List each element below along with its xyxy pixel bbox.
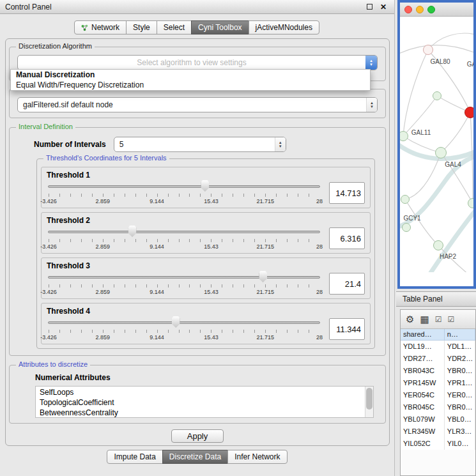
close-traffic-light-icon[interactable]	[404, 6, 412, 13]
tab-jactivemnodules[interactable]: jActiveMNodules	[249, 20, 319, 35]
tab-network[interactable]: Network	[74, 20, 127, 35]
algorithm-dropdown-list: Manual DiscretizationEqual Width/Frequen…	[10, 69, 371, 91]
network-node[interactable]	[433, 91, 441, 100]
scale-label: 15.43	[204, 289, 219, 295]
column-header[interactable]: n…	[445, 329, 475, 340]
network-node[interactable]	[401, 195, 410, 204]
threshold-panel: Threshold 3-3.4262.8599.14415.4321.71528…	[41, 257, 371, 299]
slider-thumb[interactable]	[201, 180, 209, 192]
tab-impute-data[interactable]: Impute Data	[107, 450, 162, 464]
table-row[interactable]: YDR27…YDR2…	[401, 353, 475, 365]
threshold-value-field[interactable]: 14.713	[329, 182, 365, 204]
network-window-titlebar[interactable]	[400, 3, 473, 17]
node-label: GA	[467, 61, 473, 68]
dropdown-item[interactable]: Manual Discretization	[11, 70, 370, 80]
minimize-traffic-light-icon[interactable]	[416, 6, 424, 13]
network-node[interactable]	[423, 45, 433, 55]
zoom-traffic-light-icon[interactable]	[427, 6, 435, 13]
slider-thumb[interactable]	[172, 316, 180, 328]
network-node[interactable]	[402, 223, 411, 232]
table-row[interactable]: YBL079WYBL0…	[401, 413, 475, 426]
dropdown-item[interactable]: Equal Width/Frequency Discretization	[11, 80, 370, 90]
threshold-value-field[interactable]: 11.344	[329, 318, 365, 340]
columns-icon[interactable]: ▦	[420, 314, 429, 325]
scale-label: 9.144	[150, 289, 164, 295]
network-node[interactable]	[435, 147, 447, 158]
down-arrow-icon: ▼	[279, 144, 282, 148]
combobox-stepper-icon[interactable]: ▲ ▼	[275, 137, 286, 151]
table-row[interactable]: YBR043CYBR0…	[401, 365, 475, 377]
down-arrow-icon: ▼	[369, 63, 373, 66]
combobox-arrows-icon[interactable]: ▲ ▼	[365, 56, 377, 70]
network-node[interactable]	[468, 198, 473, 208]
table-cell: YER054C	[401, 389, 445, 401]
close-icon[interactable]: ✕	[380, 3, 387, 11]
network-node[interactable]	[464, 107, 473, 118]
threshold-value-field[interactable]: 21.4	[329, 273, 365, 295]
apply-row: Apply	[9, 429, 386, 443]
tab-label: jActiveMNodules	[256, 23, 312, 32]
slider-track	[48, 321, 320, 324]
network-canvas[interactable]: GAL80GAGAL11GAL4GCY1HAP2	[400, 17, 473, 272]
attribute-list-item[interactable]: BetweennessCentrality	[40, 408, 363, 418]
slider-thumb[interactable]	[259, 271, 267, 282]
table-data-group: Table Data galFiltered.sif default node …	[9, 89, 386, 118]
threshold-slider[interactable]: -3.4262.8599.14415.4321.71528	[48, 316, 320, 342]
algorithm-combobox[interactable]: Select algorithm to view settings ▲ ▼ Ma…	[17, 55, 378, 70]
threshold-row: -3.4262.8599.14415.4321.715286.316	[47, 226, 365, 251]
table-row[interactable]: YLR345WYLR3…	[401, 426, 475, 438]
number-of-intervals-label: Number of Intervals	[34, 140, 106, 149]
desktop: Control Panel ✕ NetworkStyleSelectCyni T…	[0, 0, 476, 476]
slider-scale: -3.4262.8599.14415.4321.71528	[49, 243, 319, 250]
table-row[interactable]: YBR045CYBR0…	[401, 401, 475, 413]
numerical-attributes-list[interactable]: SelfLoopsTopologicalCoefficientBetweenne…	[35, 386, 374, 418]
gear-icon[interactable]: ⚙	[406, 314, 414, 325]
scale-label: 9.144	[150, 198, 164, 204]
tab-style[interactable]: Style	[126, 20, 157, 35]
node-label: HAP2	[440, 253, 456, 260]
table-panel-titlebar[interactable]: Table Panel	[396, 291, 476, 307]
table-cell: YBR0…	[445, 401, 475, 413]
threshold-slider[interactable]: -3.4262.8599.14415.4321.71528	[48, 226, 320, 251]
table-row[interactable]: YDL19…YDL1…	[401, 341, 475, 353]
column-header[interactable]: shared…	[401, 329, 445, 340]
table-row[interactable]: YIL052CYIL0…	[401, 438, 475, 450]
tab-infer-network[interactable]: Infer Network	[227, 450, 287, 464]
numerical-attributes-label: Numerical Attributes	[35, 373, 379, 382]
scale-label: 28	[316, 198, 323, 204]
table-row[interactable]: YER054CYER0…	[401, 389, 475, 401]
threshold-value-field[interactable]: 6.316	[329, 227, 365, 249]
table-row[interactable]: YPR145WYPR1…	[401, 377, 475, 389]
combobox-stepper-icon[interactable]: ▲ ▼	[366, 98, 377, 112]
scrollbar-thumb[interactable]	[366, 388, 372, 410]
scale-label: -3.426	[40, 289, 57, 295]
select-rows-checkbox-icon[interactable]: ☑	[447, 314, 454, 325]
threshold-slider[interactable]: -3.4262.8599.14415.4321.71528	[48, 180, 320, 206]
network-node[interactable]	[433, 240, 443, 250]
thresholds-group-title: Threshold's Coordinates for 5 Intervals	[43, 154, 169, 162]
apply-button[interactable]: Apply	[171, 429, 224, 443]
attribute-list-item[interactable]: SelfLoops	[40, 388, 363, 398]
tab-label: Select	[164, 23, 185, 32]
tab-select[interactable]: Select	[157, 20, 192, 35]
select-all-checkbox-icon[interactable]: ☑	[435, 314, 442, 325]
scale-label: 21.715	[256, 334, 274, 341]
threshold-slider[interactable]: -3.4262.8599.14415.4321.71528	[48, 271, 320, 296]
attribute-list-item[interactable]: TopologicalCoefficient	[40, 398, 363, 408]
tab-label: Cyni Toolbox	[198, 23, 242, 32]
table-cell: YDR2…	[445, 353, 475, 365]
list-scrollbar[interactable]	[365, 387, 373, 417]
slider-track	[48, 276, 320, 279]
table-data-combobox[interactable]: galFiltered.sif default node ▲ ▼	[17, 97, 378, 112]
scale-label: 21.715	[256, 198, 274, 204]
tab-cyni-toolbox[interactable]: Cyni Toolbox	[191, 20, 249, 35]
table-cell: YIL052C	[401, 438, 445, 450]
tab-discretize-data[interactable]: Discretize Data	[162, 450, 228, 464]
scale-label: 2.859	[96, 289, 111, 295]
control-panel-titlebar[interactable]: Control Panel ✕	[0, 0, 394, 14]
slider-thumb[interactable]	[128, 226, 137, 237]
slider-ticks	[49, 239, 319, 242]
float-window-icon[interactable]	[367, 4, 372, 10]
interval-definition-group: Interval Definition Number of Intervals …	[9, 127, 386, 356]
number-of-intervals-combobox[interactable]: 5 ▲ ▼	[114, 137, 286, 152]
